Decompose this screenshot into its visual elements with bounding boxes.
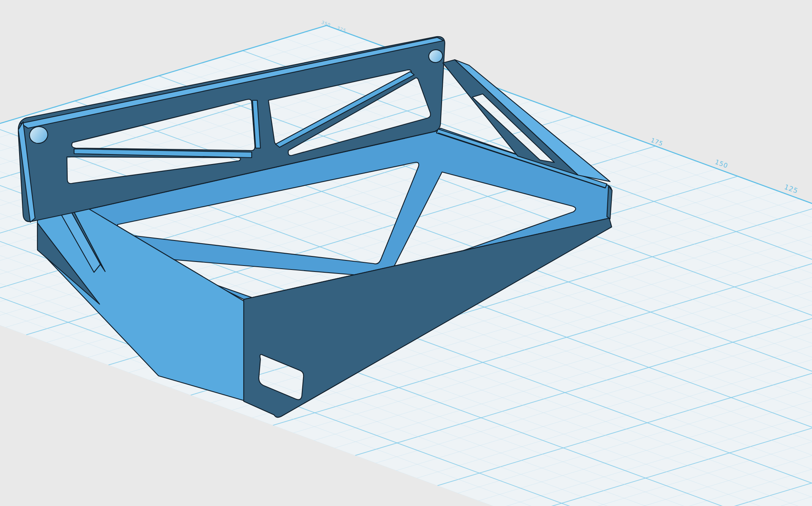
cad-viewport[interactable]: 350325250175150125 <box>0 0 812 506</box>
viewport-canvas[interactable]: 350325250175150125 <box>0 0 812 506</box>
